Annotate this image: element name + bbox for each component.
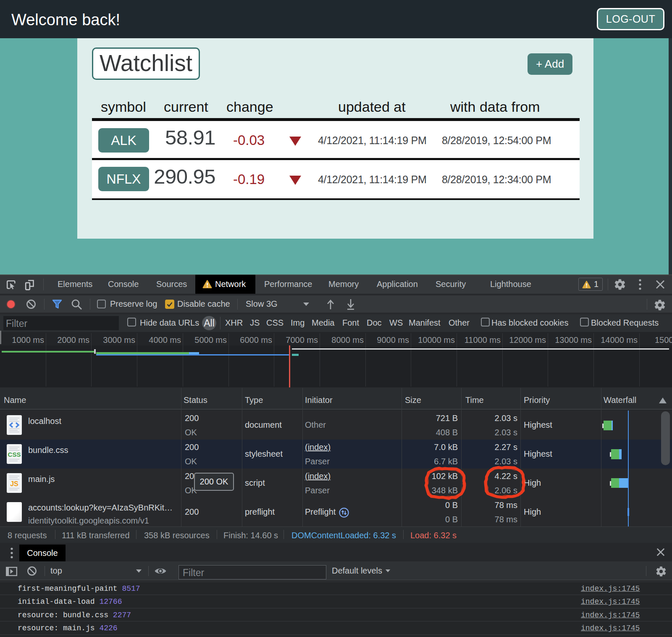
svg-text:CSS: CSS [8, 451, 21, 458]
svg-text:JS: JS [10, 480, 18, 487]
